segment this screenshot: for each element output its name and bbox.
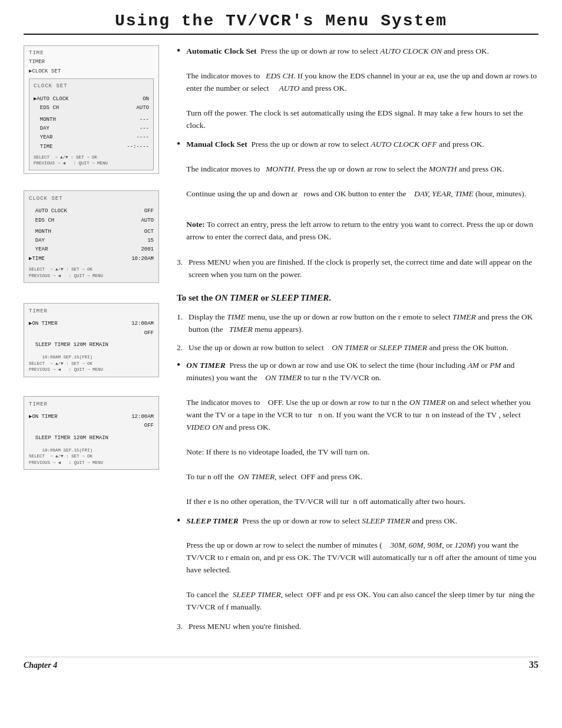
- manual-clock-text2: The indicator moves to MONTH. Press the …: [186, 164, 504, 173]
- sleep-timer-content: SLEEP TIMER Press the up or down ar row …: [186, 515, 538, 614]
- page-footer: Chapter 4 35: [24, 657, 538, 670]
- auto-clock-text2: The indicator moves to EDS CH. If you kn…: [186, 71, 537, 93]
- sleep-timer-section: • SLEEP TIMER Press the up or down ar ro…: [177, 515, 538, 614]
- screen2-inner-label: CLOCK SET: [29, 195, 154, 203]
- screen3-footer: 10:00AM SEP.15(FRI) SELECT → ▲/▼ : SET →…: [29, 354, 154, 373]
- screen1-row4: DAY---: [34, 124, 149, 133]
- sleep-timer-text2: Press the up or down ar row to select th…: [186, 541, 536, 574]
- right-column: • Automatic Clock Set Press the up or do…: [173, 45, 538, 639]
- timer-num1-text: Display the TIME menu, use the up or dow…: [189, 311, 538, 336]
- screen3-row3: SLEEP TIMER 120M REMAIN: [29, 341, 154, 350]
- screen-mockup-2: CLOCK SET AUTO CLOCKOFF EDS CHAUTO MONTH…: [24, 190, 159, 283]
- on-timer-heading: ON TIMER: [186, 361, 225, 370]
- manual-clock-text1: Press the up or down ar row to select AU…: [252, 140, 484, 149]
- screen2-row6: ▶TIME10:20AM: [29, 255, 154, 263]
- on-timer-text3: To tur n off the ON TIMER, select OFF an…: [186, 472, 362, 481]
- auto-clock-content: Automatic Clock Set Press the up or down…: [186, 45, 538, 131]
- screen4-footer: 10:00AM SEP.15(FRI) SELECT → ▲/▼ : SET →…: [29, 447, 154, 466]
- auto-clock-text1: Press the up or down ar row to select AU…: [260, 47, 489, 55]
- auto-clock-text3: Turn off the power. The clock is set aut…: [186, 108, 523, 130]
- screen4-row1: ▶ON TIMER12:00AM: [29, 413, 154, 421]
- final-num3-text: Press MENU when you're finished.: [189, 621, 538, 633]
- on-timer-text4: If ther e is no other operation, the TV/…: [186, 497, 465, 506]
- auto-clock-section: • Automatic Clock Set Press the up or do…: [177, 45, 538, 131]
- final-num3: 3. Press MENU when you're finished.: [177, 621, 538, 633]
- manual-clock-text3: Continue using the up and down ar rows a…: [186, 189, 526, 198]
- final-num3-number: 3.: [177, 621, 189, 633]
- sleep-timer-heading: SLEEP TIMER: [186, 516, 238, 525]
- clock-num3-number: 3.: [177, 256, 189, 269]
- main-content: TIME TIMER ▶CLOCK SET CLOCK SET ▶AUTO CL…: [24, 45, 538, 639]
- left-column: TIME TIMER ▶CLOCK SET CLOCK SET ▶AUTO CL…: [24, 45, 159, 639]
- note-label: Note:: [186, 220, 204, 229]
- bullet-dot-2: •: [177, 137, 180, 151]
- on-timer-text2: The indicator moves to OFF. Use the up o…: [186, 398, 531, 431]
- clock-num3-text: Press MENU when you are finished. If the…: [189, 256, 538, 281]
- screen2-footer: SELECT → ▲/▼ : SET → OK PREVIOUS → ◀ : Q…: [29, 266, 154, 279]
- on-timer-text1: Press the up or down ar row and use OK t…: [186, 361, 514, 382]
- sleep-timer-text3: To cancel the SLEEP TIMER, select OFF an…: [186, 590, 535, 611]
- timer-num1-number: 1.: [177, 311, 189, 324]
- screen2-row1: AUTO CLOCKOFF: [29, 207, 154, 216]
- timer-num2-number: 2.: [177, 342, 189, 354]
- screen1-outer-label2: TIMER: [29, 58, 154, 67]
- screen3-label: TIMER: [29, 307, 154, 316]
- footer-chapter: Chapter 4: [24, 661, 57, 670]
- screen4-label: TIMER: [29, 400, 154, 409]
- manual-clock-content: Manual Clock Set Press the up or down ar…: [186, 139, 538, 249]
- screen2-row5: YEAR2001: [29, 245, 154, 254]
- screen2-row3: MONTHOCT: [29, 228, 154, 236]
- screen1-inner-label: CLOCK SET: [34, 82, 149, 91]
- bullet-dot-1: •: [177, 44, 180, 58]
- screen1-outer-label3: ▶CLOCK SET: [29, 67, 154, 76]
- screen3-row1: ▶ON TIMER12:00AM: [29, 319, 154, 328]
- screen4-row3: SLEEP TIMER 120M REMAIN: [29, 434, 154, 443]
- timer-section-header: To set the ON TIMER or SLEEP TIMER.: [177, 292, 538, 304]
- screen1-row6: TIME--:----: [34, 143, 149, 151]
- page-header: Using the TV/VCR's Menu System: [24, 12, 538, 35]
- screen1-footer: SELECT → ▲/▼ : SET → OK PREVIOUS → ◀ : Q…: [34, 154, 149, 167]
- screen3-row2: OFF: [29, 329, 154, 338]
- on-timer-note: Note: If there is no videotape loaded, t…: [186, 446, 538, 459]
- screen1-row3: MONTH---: [34, 116, 149, 124]
- page-container: Using the TV/VCR's Menu System TIME TIME…: [0, 0, 562, 728]
- screen2-row2: EDS CHAUTO: [29, 216, 154, 225]
- sleep-timer-text1: Press the up or down ar row to select SL…: [242, 516, 457, 525]
- screen1-row2: EDS CHAUTO: [34, 104, 149, 113]
- screen1-row1: ▶AUTO CLOCKON: [34, 95, 149, 104]
- screen1-row5: YEAR----: [34, 133, 149, 142]
- manual-clock-heading: Manual Clock Set: [186, 140, 247, 149]
- note-box: Note: To correct an entry, press the lef…: [186, 219, 538, 243]
- auto-clock-heading: Automatic Clock Set: [186, 47, 256, 55]
- bullet-dot-3: •: [177, 358, 180, 372]
- screen4-row2: OFF: [29, 421, 154, 430]
- timer-section-heading-text: To set the ON TIMER or SLEEP TIMER.: [177, 293, 331, 302]
- screen2-row4: DAY15: [29, 236, 154, 245]
- clock-num3: 3. Press MENU when you are finished. If …: [177, 256, 538, 281]
- footer-page: 35: [529, 660, 538, 670]
- manual-clock-section: • Manual Clock Set Press the up or down …: [177, 139, 538, 249]
- bullet-dot-4: •: [177, 514, 180, 528]
- note-text: To correct an entry, press the left arro…: [186, 220, 533, 241]
- on-timer-section: • ON TIMER Press the up or down ar row a…: [177, 360, 538, 508]
- timer-num1: 1. Display the TIME menu, use the up or …: [177, 311, 538, 336]
- screen-mockup-3: TIMER ▶ON TIMER12:00AM OFF SLEEP TIMER 1…: [24, 303, 159, 377]
- screen1-outer-label1: TIME: [29, 49, 154, 58]
- screen-mockup-1: TIME TIMER ▶CLOCK SET CLOCK SET ▶AUTO CL…: [24, 45, 159, 174]
- timer-num2: 2. Use the up or down ar row button to s…: [177, 342, 538, 354]
- timer-num2-text: Use the up or down ar row button to sele…: [189, 342, 538, 354]
- on-timer-content: ON TIMER Press the up or down ar row and…: [186, 360, 538, 508]
- screen-mockup-4: TIMER ▶ON TIMER12:00AM OFF SLEEP TIMER 1…: [24, 396, 159, 470]
- page-title: Using the TV/VCR's Menu System: [24, 12, 538, 30]
